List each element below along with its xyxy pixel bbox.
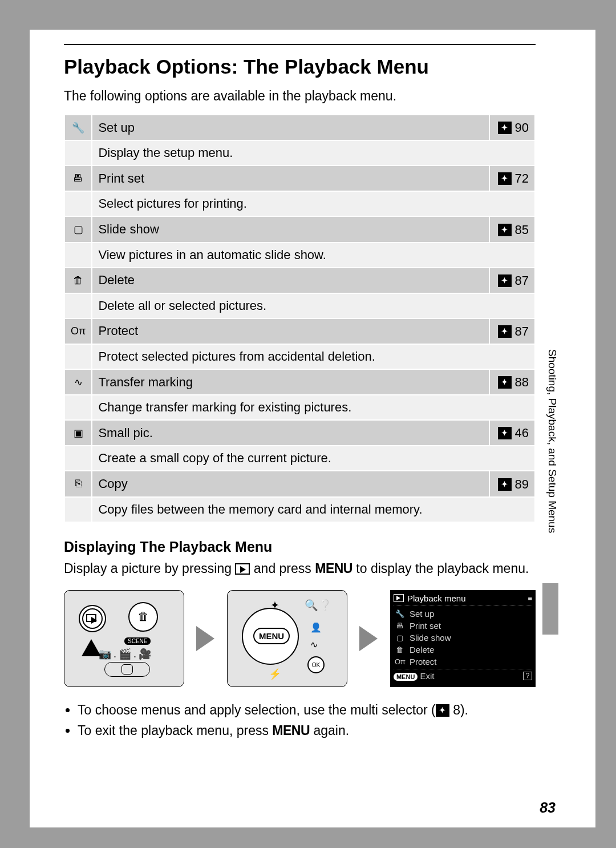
- lcd-menu-item: 🗑Delete: [394, 644, 532, 656]
- option-row-desc: Change transfer marking for existing pic…: [64, 395, 535, 420]
- playback-icon: [235, 563, 250, 575]
- option-icon: ▢: [64, 216, 92, 242]
- option-name: Small pic.: [92, 420, 489, 446]
- lcd-menu-item: 🖶Print set: [394, 620, 532, 632]
- up-arrow-icon: [82, 639, 101, 656]
- menu-label: MENU: [272, 723, 310, 738]
- lcd-menu-item: 🔧Set up: [394, 608, 532, 620]
- option-desc: Copy files between the memory card and i…: [92, 497, 535, 522]
- option-icon: ▣: [64, 420, 92, 446]
- option-icon: Oπ: [64, 318, 92, 344]
- option-icon: 🔧: [64, 115, 92, 140]
- option-name: Transfer marking: [92, 369, 489, 395]
- page-title: Playback Options: The Playback Menu: [64, 55, 536, 78]
- menu-button: MENU: [253, 628, 290, 644]
- list-item: To choose menus and apply selection, use…: [78, 700, 536, 721]
- side-tab: Shooting, Playback, and Setup Menus: [542, 349, 558, 635]
- figure-row: 🗑 SCENE 📷.🎬.🎥 ✦ 🔍❔ MENU 👤 ∿ OK ⚡: [64, 590, 536, 687]
- instruction-list: To choose menus and apply selection, use…: [64, 700, 536, 742]
- section-subhead: Displaying The Playback Menu: [64, 539, 536, 555]
- option-page-ref: ✦46: [489, 420, 535, 446]
- option-page-ref: ✦72: [489, 165, 535, 191]
- option-page-ref: ✦85: [489, 216, 535, 242]
- lcd-menu-item: ▢Slide show: [394, 632, 532, 644]
- option-name: Protect: [92, 318, 489, 344]
- option-page-ref: ✦90: [489, 115, 535, 140]
- option-name: Print set: [92, 165, 489, 191]
- option-row-header: 🔧Set up✦90: [64, 115, 535, 140]
- playback-icon: [394, 594, 404, 602]
- lcd-title: Playback menu: [407, 593, 466, 603]
- option-name: Copy: [92, 471, 489, 496]
- option-desc: Change transfer marking for existing pic…: [92, 395, 535, 420]
- option-page-ref: ✦87: [489, 318, 535, 344]
- option-row-header: OπProtect✦87: [64, 318, 535, 344]
- option-desc: Select pictures for printing.: [92, 191, 535, 216]
- camera-diagram-left: 🗑 SCENE 📷.🎬.🎥: [64, 590, 184, 687]
- option-row-desc: Display the setup menu.: [64, 140, 535, 165]
- option-icon: ⎘: [64, 471, 92, 496]
- list-item: To exit the playback menu, press MENU ag…: [78, 720, 536, 741]
- options-table: 🔧Set up✦90Display the setup menu.🖶Print …: [64, 114, 536, 523]
- option-page-ref: ✦89: [489, 471, 535, 496]
- help-icon: ?: [523, 672, 532, 680]
- option-row-header: 🗑Delete✦87: [64, 268, 535, 293]
- option-desc: Display the setup menu.: [92, 140, 535, 165]
- option-icon: ∿: [64, 369, 92, 395]
- option-row-desc: Create a small copy of the current pictu…: [64, 446, 535, 471]
- option-icon: 🖶: [64, 165, 92, 191]
- display-instruction: Display a picture by pressing and press …: [64, 560, 536, 578]
- page-ref-icon: ✦: [436, 704, 449, 717]
- option-desc: Create a small copy of the current pictu…: [92, 446, 535, 471]
- arrow-icon: [358, 627, 380, 650]
- option-name: Slide show: [92, 216, 489, 242]
- side-tab-label: Shooting, Playback, and Setup Menus: [546, 349, 558, 533]
- option-row-header: ∿Transfer marking✦88: [64, 369, 535, 395]
- arrow-icon: [194, 627, 217, 650]
- option-name: Set up: [92, 115, 489, 140]
- option-desc: Protect selected pictures from accidenta…: [92, 344, 535, 369]
- lcd-menu-item: OπProtect: [394, 656, 532, 668]
- lcd-playback-menu: Playback menu ≡ 🔧Set up🖶Print set▢Slide …: [390, 590, 536, 687]
- option-row-desc: Protect selected pictures from accidenta…: [64, 344, 535, 369]
- menu-chip: MENU: [394, 673, 418, 681]
- option-page-ref: ✦87: [489, 268, 535, 293]
- intro-text: The following options are available in t…: [64, 88, 536, 104]
- option-row-desc: Select pictures for printing.: [64, 191, 535, 216]
- option-row-header: ▢Slide show✦85: [64, 216, 535, 242]
- option-row-header: 🖶Print set✦72: [64, 165, 535, 191]
- option-page-ref: ✦88: [489, 369, 535, 395]
- menu-label: MENU: [315, 561, 352, 576]
- option-row-header: ⎘Copy✦89: [64, 471, 535, 496]
- scene-pill: SCENE: [124, 637, 151, 645]
- option-desc: View pictures in an automatic slide show…: [92, 243, 535, 268]
- option-row-desc: Delete all or selected pictures.: [64, 293, 535, 318]
- option-row-header: ▣Small pic.✦46: [64, 420, 535, 446]
- page-number: 83: [540, 799, 556, 816]
- option-desc: Delete all or selected pictures.: [92, 293, 535, 318]
- option-row-desc: Copy files between the memory card and i…: [64, 497, 535, 522]
- option-row-desc: View pictures in an automatic slide show…: [64, 243, 535, 268]
- option-name: Delete: [92, 268, 489, 293]
- option-icon: 🗑: [64, 268, 92, 293]
- camera-diagram-right: ✦ 🔍❔ MENU 👤 ∿ OK ⚡: [227, 590, 347, 687]
